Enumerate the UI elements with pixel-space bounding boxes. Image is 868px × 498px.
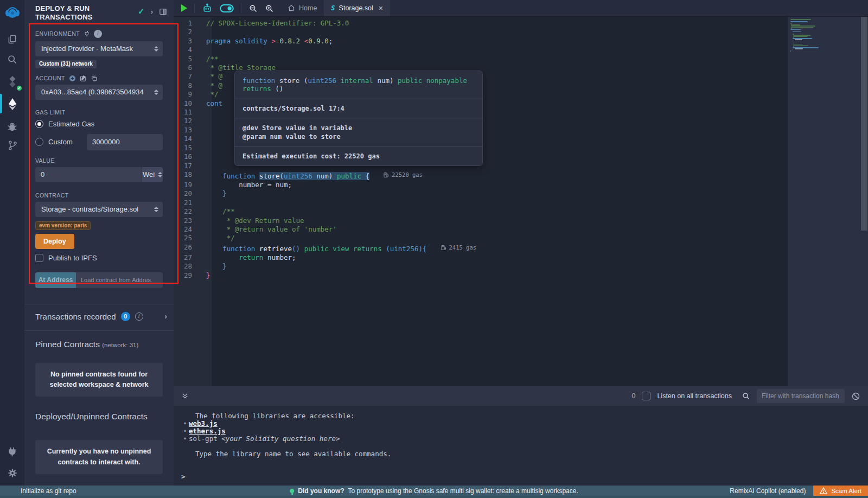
terminal-filter-input[interactable] (757, 389, 845, 403)
zoom-out-icon[interactable] (248, 4, 258, 13)
code-line: 20 } (174, 189, 787, 198)
clear-console-icon[interactable] (851, 392, 860, 401)
code-line: 5/** (174, 55, 787, 63)
select-stepper-icon (158, 172, 162, 177)
remix-logo-icon[interactable] (0, 3, 24, 24)
tab-storage-label: Storage.sol (339, 4, 373, 12)
at-address-input[interactable] (76, 272, 163, 288)
estimated-gas-option[interactable]: Estimated Gas (35, 120, 163, 128)
add-account-icon[interactable] (69, 75, 76, 82)
status-bar: Initialize as git repo Did you know? To … (0, 486, 868, 498)
line-number: 6 (174, 63, 202, 72)
run-script-play-button[interactable] (181, 4, 187, 12)
git-icon[interactable] (0, 135, 24, 156)
transactions-info-icon[interactable]: i (135, 312, 143, 321)
forward-chevron-icon[interactable]: › (151, 8, 153, 16)
panel-title: DEPLOY & RUN TRANSACTIONS (35, 4, 117, 22)
file-explorer-icon[interactable] (0, 28, 24, 50)
pin-panel-icon[interactable] (159, 8, 167, 16)
code-line: 19 number = num; (174, 181, 787, 189)
deploy-button[interactable]: Deploy (35, 234, 74, 249)
listen-all-checkbox[interactable] (642, 392, 650, 400)
plugin-manager-icon[interactable] (0, 440, 24, 462)
environment-value: Injected Provider - MetaMask (41, 44, 151, 53)
custom-gas-input[interactable] (87, 134, 163, 150)
terminal-prompt[interactable]: > (181, 473, 186, 481)
tab-storage-sol[interactable]: S Storage.sol × (324, 0, 390, 16)
bullet-icon: • (181, 427, 189, 435)
value-input[interactable] (35, 167, 142, 182)
line-number: 29 (174, 271, 202, 280)
terminal-intro-line: The following libraries are accessible: (181, 412, 868, 420)
deploy-form: ENVIRONMENT i Injected Provider - MetaMa… (24, 24, 174, 288)
publish-ipfs-checkbox[interactable] (35, 254, 43, 262)
copy-account-icon[interactable] (91, 75, 98, 82)
value-unit: Wei (143, 170, 155, 178)
contract-select[interactable]: Storage - contracts/Storage.sol (35, 202, 163, 217)
plug-icon (84, 30, 90, 37)
zoom-in-icon[interactable] (265, 4, 274, 13)
settings-icon[interactable] (0, 462, 24, 484)
line-number: 4 (174, 46, 202, 54)
code-line: 4 (174, 46, 787, 54)
web3-link[interactable]: web3.js (189, 419, 218, 427)
estimated-gas-radio[interactable] (35, 120, 43, 128)
listen-all-label: Listen on all transactions (657, 392, 732, 400)
copilot-status[interactable]: RemixAI Copilot (enabled) (730, 487, 813, 495)
tab-home[interactable]: Home (280, 0, 324, 16)
editor-scrollbar[interactable] (860, 17, 868, 386)
line-number: 23 (174, 216, 202, 225)
line-number: 19 (174, 181, 202, 189)
editor-minimap[interactable] (788, 17, 860, 386)
environment-select[interactable]: Injected Provider - MetaMask (35, 41, 163, 56)
gas-limit-label: GAS LIMIT (35, 109, 163, 116)
terminal-body[interactable]: The following libraries are accessible: … (174, 406, 868, 486)
copilot-toggle-switch[interactable] (220, 4, 234, 13)
ethers-link[interactable]: ethers.js (189, 427, 226, 435)
network-badge: Custom (31) network (35, 60, 97, 68)
line-number: 24 (174, 225, 202, 234)
line-number: 10 (174, 99, 202, 108)
debugger-icon[interactable] (0, 116, 24, 137)
scrollbar-thumb[interactable] (861, 17, 867, 231)
at-address-button[interactable]: At Address (35, 272, 76, 288)
code-editor[interactable]: 1// SPDX-License-Identifier: GPL-3.023pr… (174, 17, 868, 386)
did-you-know-tip: Did you know? To prototype using the Gno… (290, 487, 578, 495)
gas-estimate-widget: 22520 gas (384, 170, 423, 179)
solidity-compiler-icon[interactable]: ✓ (0, 71, 24, 93)
search-icon[interactable] (0, 48, 24, 70)
line-number: 1 (174, 19, 202, 28)
tab-home-label: Home (299, 4, 317, 12)
line-number: 26 (174, 243, 202, 253)
code-line: 25 */ (174, 234, 787, 242)
gas-estimate-widget: 2415 gas (441, 243, 477, 252)
line-number: 3 (174, 37, 202, 46)
account-value: 0xA03...85ac4 (0.398673504934 (41, 88, 151, 96)
environment-info-icon[interactable]: i (94, 30, 102, 38)
edit-account-icon[interactable] (80, 75, 87, 82)
minimap-line (793, 41, 793, 42)
value-unit-select[interactable]: Wei (142, 167, 163, 182)
close-tab-icon[interactable]: × (379, 4, 383, 12)
transactions-recorded-row: Transactions recorded 0 i › (24, 304, 174, 328)
pinned-contracts-title: Pinned Contracts (network: 31) (24, 331, 174, 349)
init-git-repo-button[interactable]: Initialize as git repo (0, 487, 76, 495)
ai-copilot-robot-icon[interactable] (202, 3, 213, 14)
deployed-empty-state: Currently you have no unpinned contracts… (35, 440, 163, 474)
terminal-search-icon[interactable] (742, 392, 750, 400)
line-number: 25 (174, 234, 202, 242)
minimap-line (793, 45, 808, 46)
solidity-file-icon: S (331, 4, 335, 12)
account-select[interactable]: 0xA03...85ac4 (0.398673504934 (35, 85, 163, 100)
code-line: 2 (174, 28, 787, 36)
line-number: 16 (174, 152, 202, 161)
tooltip-docs: @dev Store value in variable @param num … (235, 118, 482, 147)
line-number: 2 (174, 28, 202, 36)
deploy-and-run-icon[interactable] (0, 93, 24, 115)
custom-gas-radio[interactable] (35, 138, 43, 146)
scam-alert-button[interactable]: Scam Alert (813, 486, 868, 496)
terminal-collapse-icon[interactable] (181, 392, 189, 400)
minimap-line (793, 31, 801, 33)
transactions-expand-chevron-icon[interactable]: › (164, 312, 167, 321)
at-address-row: At Address (35, 272, 163, 288)
